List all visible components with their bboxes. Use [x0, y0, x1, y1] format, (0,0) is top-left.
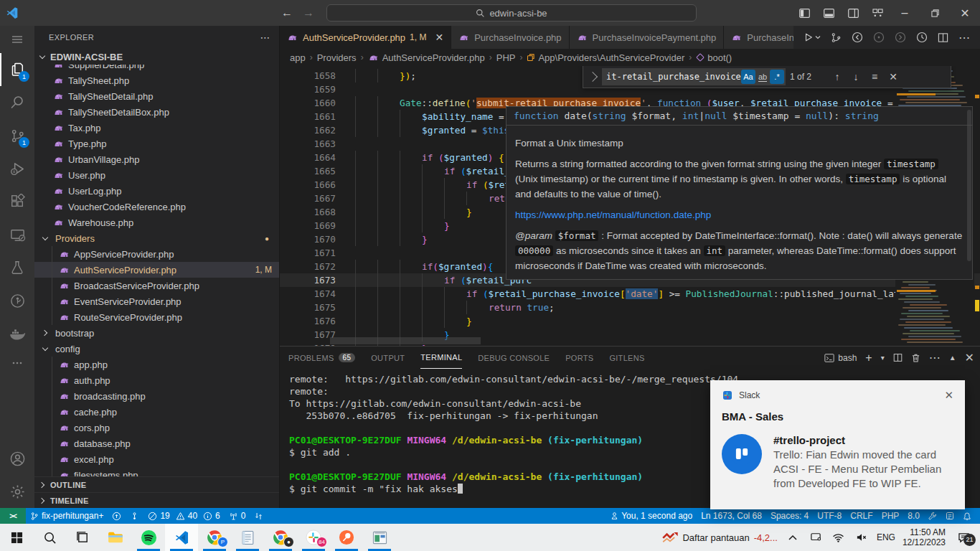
tree-root-folder[interactable]: EDWIN-ACSI-BE	[34, 49, 279, 65]
gitlens-blame-item[interactable]: You, 1 second ago	[606, 508, 697, 524]
nav-back-circle-icon[interactable]	[852, 32, 863, 43]
timeline-clock-icon[interactable]	[916, 32, 928, 43]
terminal-dropdown-icon[interactable]: ▾	[881, 354, 885, 362]
docker-icon[interactable]	[0, 317, 34, 350]
postman-button[interactable]	[330, 524, 363, 551]
toggle-sidebar-icon[interactable]	[792, 0, 816, 26]
toggle-replace-icon[interactable]	[588, 72, 598, 82]
whole-word-toggle[interactable]: ab	[755, 70, 770, 84]
breadcrumb-item[interactable]: App\Providers\AuthServiceProvider	[527, 52, 684, 63]
feedback-grid-icon[interactable]	[941, 508, 958, 524]
tree-file-eventserviceprovider-php[interactable]: EventServiceProvider.php	[34, 293, 279, 309]
language-mode-item[interactable]: PHP	[877, 508, 904, 524]
hover-doc-link[interactable]: https://www.php.net/manual/function.date…	[515, 207, 963, 222]
explorer-icon[interactable]: 1	[0, 53, 34, 86]
task-view-button[interactable]	[66, 524, 99, 551]
tree-file-auth-php[interactable]: auth.php	[34, 372, 279, 388]
run-debug-icon[interactable]	[0, 152, 34, 185]
tree-file-tallysheet-php[interactable]: TallySheet.php	[34, 72, 279, 88]
find-input[interactable]: it-retail_purchase_invoice Aa ab .*	[602, 68, 786, 85]
breadcrumb-item[interactable]: app	[290, 52, 306, 63]
tree-folder-config[interactable]: config	[34, 341, 279, 357]
tree-file-authserviceprovider-php[interactable]: AuthServiceProvider.php1, M	[34, 262, 279, 278]
kill-terminal-icon[interactable]	[911, 353, 920, 363]
tree-file-appserviceprovider-php[interactable]: AppServiceProvider.php	[34, 246, 279, 262]
tray-expand-icon[interactable]	[785, 534, 801, 540]
customize-layout-icon[interactable]	[865, 0, 890, 26]
timeline-section[interactable]: TIMELINE	[34, 492, 279, 508]
notification-center-button[interactable]: 21	[953, 532, 974, 543]
breadcrumb-item[interactable]: AuthServiceProvider.php	[368, 52, 485, 63]
tree-folder-bootstrap[interactable]: bootstrap	[34, 325, 279, 341]
panel-tab-gitlens[interactable]: GITLENS	[609, 347, 644, 369]
stocks-widget[interactable]: Daftar pantauan -4,2...	[662, 532, 777, 543]
more-views-icon[interactable]	[0, 350, 34, 376]
tab-purchaseinvoice-php[interactable]: PurchaseInvoice.php	[451, 26, 569, 49]
close-panel-icon[interactable]: ✕	[965, 351, 974, 364]
breadcrumb-item[interactable]: PHP	[496, 52, 516, 63]
regex-toggle[interactable]: .*	[770, 70, 784, 84]
slack-button[interactable]: 84	[297, 524, 330, 551]
match-case-toggle[interactable]: Aa	[741, 70, 755, 84]
toast-close-icon[interactable]: ✕	[944, 389, 953, 402]
search-icon[interactable]	[0, 86, 34, 119]
code-editor[interactable]: 1658});16591660Gate::define('submit-reta…	[280, 66, 980, 346]
nav-forward-circle-icon[interactable]	[895, 32, 906, 43]
nav-forward-button[interactable]: →	[303, 6, 314, 19]
remote-indicator[interactable]: ><	[0, 508, 26, 524]
wifi-icon[interactable]	[831, 533, 847, 542]
tree-file-vouchercodereference-php[interactable]: VoucherCodeReference.php	[34, 199, 279, 215]
indentation-item[interactable]: Spaces: 4	[766, 508, 813, 524]
chrome-profile2-button[interactable]: ●	[264, 524, 297, 551]
find-in-selection-icon[interactable]: ≡	[867, 71, 882, 83]
tree-folder-providers[interactable]: Providers●	[34, 230, 279, 246]
tree-file-routeserviceprovider-php[interactable]: RouteServiceProvider.php	[34, 309, 279, 325]
chrome-profile1-button[interactable]: P	[198, 524, 231, 551]
app-window-button[interactable]	[363, 524, 396, 551]
tree-file-cache-php[interactable]: cache.php	[34, 404, 279, 420]
menu-icon[interactable]	[0, 26, 34, 53]
run-button[interactable]	[804, 32, 821, 42]
spotify-button[interactable]	[132, 524, 165, 551]
tab-authserviceprovider-php[interactable]: AuthServiceProvider.php1, M✕	[280, 26, 451, 49]
tree-file-type-php[interactable]: Type.php	[34, 136, 279, 151]
nav-back-button[interactable]: ←	[281, 6, 293, 19]
testing-icon[interactable]	[0, 251, 34, 284]
find-close-icon[interactable]: ✕	[886, 71, 900, 83]
panel-tab-ports[interactable]: PORTS	[565, 347, 593, 369]
tree-file-supplierdetail-php[interactable]: SupplierDetail.php	[34, 65, 279, 72]
panel-more-actions-icon[interactable]: ⋯	[929, 351, 941, 364]
file-explorer-button[interactable]	[99, 524, 132, 551]
eol-item[interactable]: CRLF	[846, 508, 877, 524]
git-branch-item[interactable]: fix-perhitungan+	[26, 508, 108, 524]
editor-more-actions-icon[interactable]: ⋯	[958, 31, 970, 44]
gitlens-icon[interactable]	[126, 508, 143, 524]
extensions-icon[interactable]	[0, 185, 34, 218]
tree-file-tax-php[interactable]: Tax.php	[34, 120, 279, 136]
encoding-item[interactable]: UTF-8	[813, 508, 846, 524]
split-terminal-icon[interactable]	[893, 353, 903, 362]
close-tab-icon[interactable]: ✕	[435, 32, 443, 43]
explorer-more-actions-icon[interactable]: ⋯	[260, 32, 270, 43]
outline-section[interactable]: OUTLINE	[34, 476, 279, 492]
tray-device-icon[interactable]	[808, 532, 824, 542]
problems-item[interactable]: 19 40 6	[143, 508, 224, 524]
toggle-panel-icon[interactable]	[816, 0, 841, 26]
breadcrumb-item[interactable]: boot()	[696, 52, 732, 63]
close-window-button[interactable]: ✕	[950, 0, 980, 26]
git-graph-icon[interactable]	[831, 32, 842, 43]
slack-notification-toast[interactable]: Slack ✕ BMA - Sales #trello-project Trel…	[710, 380, 965, 509]
tree-file-urbanvillage-php[interactable]: UrbanVillage.php	[34, 151, 279, 167]
ports-item[interactable]: 0	[225, 508, 250, 524]
panel-tab-terminal[interactable]: TERMINAL	[420, 347, 462, 369]
find-previous-icon[interactable]: ↑	[830, 71, 844, 83]
tree-file-excel-php[interactable]: excel.php	[34, 451, 279, 467]
source-control-icon[interactable]: 1	[0, 119, 34, 152]
taskbar-search-button[interactable]	[33, 524, 66, 551]
bell-icon[interactable]	[958, 508, 976, 524]
remote-explorer-icon[interactable]	[0, 218, 34, 251]
find-next-icon[interactable]: ↓	[849, 71, 863, 83]
tree-file-database-php[interactable]: database.php	[34, 435, 279, 451]
breadcrumb-item[interactable]: Providers	[317, 52, 357, 63]
panel-tab-problems[interactable]: PROBLEMS65	[288, 347, 355, 369]
